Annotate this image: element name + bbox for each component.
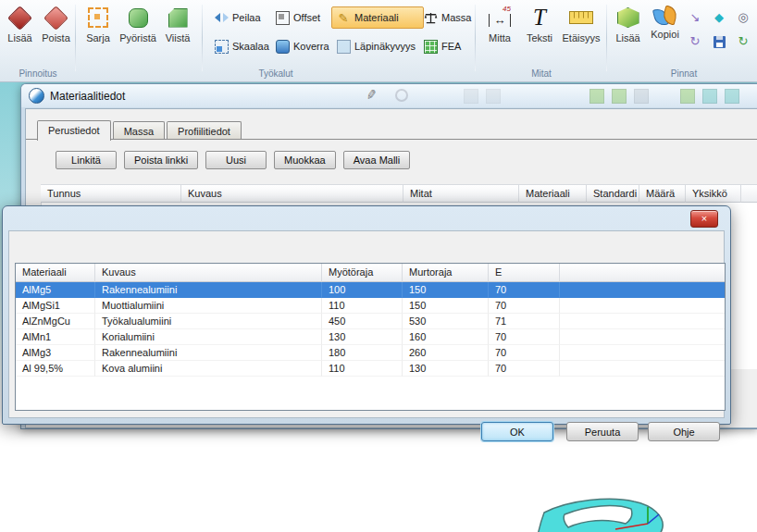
move-surface-icon[interactable]: ↘: [685, 7, 705, 28]
save-surface-icon[interactable]: [709, 31, 729, 52]
column-header-myotoraja[interactable]: Myötöraja: [322, 264, 403, 282]
ribbon-divider: [202, 5, 203, 71]
hollow-button[interactable]: Koverra: [270, 35, 329, 57]
mass-icon: [423, 10, 438, 25]
ok-button[interactable]: OK: [481, 422, 553, 441]
mirror-button[interactable]: Peilaa: [209, 6, 268, 29]
fea-button[interactable]: FEA: [418, 35, 472, 57]
material-cell: 70: [489, 329, 560, 345]
tab-massa[interactable]: Massa: [113, 121, 165, 140]
material-cell: Rakennealumiini: [95, 282, 322, 298]
chamfer-button[interactable]: Viistä: [159, 0, 196, 57]
transparency-button[interactable]: Läpinäkyvyys: [331, 35, 424, 57]
material-row[interactable]: AlMn1Korialumiini13016070: [16, 329, 725, 345]
tab-profiilitiedot[interactable]: Profiilitiedot: [167, 121, 242, 140]
ribbon-group-mitat: 45 ↔ Mitta T Teksti Etäisyys Mitat: [479, 0, 603, 81]
text-button[interactable]: T Teksti: [520, 0, 559, 57]
material-select-dialog: × Materiaali Kuvaus Myötöraja Murtoraja …: [2, 205, 731, 425]
open-model-button[interactable]: Avaa Malli: [343, 151, 411, 169]
scale-icon: [214, 39, 229, 54]
ghost-pencil-icon: ✎: [365, 88, 379, 103]
column-header-kuvaus[interactable]: Kuvaus: [181, 184, 403, 203]
offset-button[interactable]: Offset: [270, 6, 329, 29]
material-cell: 70: [489, 361, 560, 377]
column-header-materiaali[interactable]: Materiaali: [519, 184, 587, 203]
column-header-kuvaus[interactable]: Kuvaus: [95, 264, 322, 282]
column-header-murtoraja[interactable]: Murtoraja: [403, 264, 489, 282]
ribbon-divider: [75, 5, 76, 71]
materials-table-header[interactable]: Materiaali Kuvaus Myötöraja Murtoraja E: [16, 264, 725, 282]
new-button[interactable]: Uusi: [205, 151, 267, 169]
offset-icon: [275, 10, 290, 25]
surface-target-icon[interactable]: ◎: [733, 7, 753, 28]
material-row[interactable]: AlMgSi1Muottialumiini11015070: [16, 298, 725, 314]
material-cell: 150: [403, 298, 489, 314]
copy-surface-button[interactable]: Kopioi: [645, 0, 685, 57]
dimension-button[interactable]: 45 ↔ Mitta: [479, 0, 520, 57]
ghost-magnifier-icon: [395, 89, 408, 102]
fillet-button[interactable]: Pyöristä: [117, 0, 159, 57]
column-header-standardi[interactable]: Standardi: [587, 184, 639, 203]
material-cell: 70: [489, 298, 560, 314]
edit-button[interactable]: Muokkaa: [274, 151, 336, 169]
material-row[interactable]: Al 99,5%Kova alumiini11013070: [16, 361, 725, 377]
material-cell: 110: [322, 298, 403, 314]
material-cell: Työkalualumiini: [95, 314, 322, 329]
column-header-maara[interactable]: Määrä: [639, 184, 686, 203]
material-cell: 70: [489, 282, 560, 298]
column-header-mitat[interactable]: Mitat: [403, 184, 519, 203]
cancel-button[interactable]: Peruuta: [566, 422, 639, 441]
add-surface-button[interactable]: Lisää: [611, 0, 645, 57]
materials-table: Materiaali Kuvaus Myötöraja Murtoraja E …: [15, 263, 726, 411]
dialog-titlebar[interactable]: ×: [3, 206, 730, 230]
material-cell: Kova alumiini: [95, 361, 322, 377]
ribbon-divider: [475, 5, 476, 71]
refresh-surface-icon[interactable]: ↻: [733, 31, 753, 52]
material-cell-filler: [560, 298, 725, 314]
material-row[interactable]: AlZnMgCuTyökalualumiini45053071: [16, 314, 725, 329]
materiaalitiedot-titlebar[interactable]: Materiaalitiedot ✎: [21, 84, 757, 107]
parts-table-header[interactable]: Tunnus Kuvaus Mitat Materiaali Standardi…: [41, 184, 757, 203]
ghost-toolbar-icon: [589, 89, 604, 104]
distance-button[interactable]: Etäisyys: [559, 0, 603, 57]
button-label: Teksti: [527, 32, 552, 43]
material-cell: 180: [322, 345, 403, 361]
cad-model[interactable]: [500, 496, 757, 532]
column-header-materiaali[interactable]: Materiaali: [16, 264, 95, 282]
rotate-surface-icon[interactable]: ↻: [685, 31, 705, 52]
help-button[interactable]: Ohje: [648, 422, 720, 441]
column-header-filler: [741, 184, 757, 203]
column-header-e[interactable]: E: [489, 264, 560, 282]
add-coating-icon: [8, 6, 32, 30]
button-label: Sarja: [86, 32, 110, 43]
material-cell-filler: [560, 361, 725, 377]
remove-coating-button[interactable]: Poista: [38, 0, 74, 57]
button-label: Pyöristä: [119, 32, 156, 43]
material-row[interactable]: AlMg5Rakennealumiini10015070: [16, 282, 725, 298]
close-button[interactable]: ×: [690, 210, 718, 228]
hollow-icon: [275, 39, 290, 54]
group-label-pinnat: Pinnat: [611, 68, 757, 79]
scale-button[interactable]: Skaalaa: [209, 35, 268, 57]
material-cell: 150: [403, 282, 489, 298]
series-button[interactable]: Sarja: [80, 0, 117, 57]
button-label: Peilaa: [232, 12, 261, 23]
ghost-toolbar-icon: [725, 89, 739, 104]
material-cell-filler: [560, 345, 725, 361]
material-button[interactable]: ✎ Materiaali: [331, 6, 424, 29]
link-button[interactable]: Linkitä: [56, 151, 117, 169]
material-cell: 530: [403, 314, 489, 329]
button-label: Viistä: [166, 32, 191, 43]
add-coating-button[interactable]: Lisää: [2, 0, 38, 57]
material-row[interactable]: AlMg3Rakennealumiini18026070: [16, 345, 725, 361]
distance-icon: [569, 6, 593, 30]
tab-perustiedot[interactable]: Perustiedot: [37, 120, 111, 141]
material-cell: 130: [322, 329, 403, 345]
column-header-yksikko[interactable]: Yksikkö: [686, 184, 741, 203]
button-label: Lisää: [615, 32, 639, 43]
mass-button[interactable]: Massa: [418, 6, 472, 29]
remove-link-button[interactable]: Poista linkki: [124, 151, 198, 169]
fillet-icon: [126, 6, 150, 30]
column-header-tunnus[interactable]: Tunnus: [41, 184, 181, 203]
surface-diamond-icon[interactable]: ◆: [709, 7, 729, 28]
